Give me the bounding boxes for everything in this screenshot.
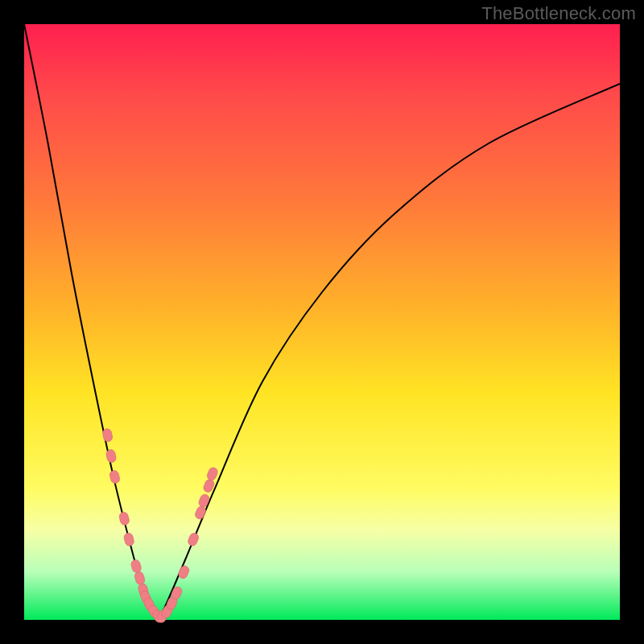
svg-rect-3 <box>118 511 130 526</box>
chart-frame: TheBottleneck.com <box>0 0 644 644</box>
right-branch-curve <box>159 84 621 620</box>
svg-rect-6 <box>134 571 146 585</box>
data-marker <box>194 505 207 520</box>
data-marker <box>187 532 200 547</box>
plot-area <box>24 24 620 620</box>
svg-rect-21 <box>206 466 219 481</box>
svg-rect-16 <box>177 564 190 580</box>
svg-rect-19 <box>197 493 210 509</box>
data-marker <box>123 532 135 547</box>
data-marker <box>206 466 219 481</box>
svg-rect-4 <box>123 532 135 547</box>
watermark-label: TheBottleneck.com <box>481 3 636 24</box>
svg-rect-2 <box>109 469 121 484</box>
data-marker <box>109 469 121 484</box>
left-branch-curve <box>24 24 159 620</box>
data-marker <box>177 564 190 580</box>
curves-group <box>24 24 620 620</box>
svg-rect-5 <box>130 559 142 573</box>
data-marker <box>197 493 210 509</box>
data-marker <box>130 559 142 573</box>
data-marker <box>134 571 146 585</box>
data-marker <box>118 511 130 526</box>
svg-rect-17 <box>187 532 200 547</box>
chart-svg <box>24 24 620 620</box>
markers-group <box>102 428 219 625</box>
svg-rect-18 <box>194 505 207 520</box>
